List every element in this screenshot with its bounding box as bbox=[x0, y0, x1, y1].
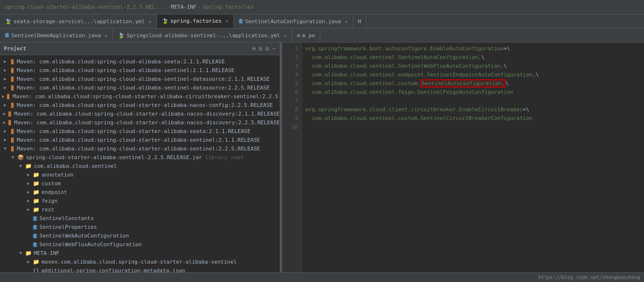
line-num-1: 1 bbox=[282, 45, 298, 53]
tree-item-maven-5[interactable]: ▶▐▌Maven: com.alibaba.cloud:spring-cloud… bbox=[0, 92, 280, 101]
tree-item-maven-7[interactable]: ▶▐▌Maven: com.alibaba.cloud:spring-cloud… bbox=[0, 109, 280, 118]
tab-spring-factories[interactable]: 🍃 spring.factories ✕ bbox=[157, 15, 234, 28]
tool-locate-icon[interactable]: ⊕ bbox=[252, 45, 256, 52]
tree-item-feign[interactable]: ▶📁feign bbox=[0, 196, 280, 205]
tree-item-endpoint[interactable]: ▶📁endpoint bbox=[0, 188, 280, 196]
tab-demo-icon: C bbox=[5, 33, 9, 38]
tree-item-maven-8[interactable]: ▶▐▌Maven: com.alibaba.cloud:spring-cloud… bbox=[0, 118, 280, 127]
tree-label-maven-2: Maven: com.alibaba.cloud:spring-cloud-al… bbox=[17, 67, 234, 74]
tree-item-maven-6[interactable]: ▶▐▌Maven: com.alibaba.cloud:spring-cloud… bbox=[0, 101, 280, 109]
code-line-10 bbox=[305, 123, 640, 132]
tree-label-maven-3: Maven: com.alibaba.cloud:spring-cloud-al… bbox=[17, 76, 270, 82]
tree-item-pkg-root[interactable]: ▼📁com.alibaba.cloud.sentinel bbox=[0, 162, 280, 170]
tab-sentinel-demo[interactable]: C SentinelDemoApplication.java ✕ bbox=[0, 29, 113, 42]
tree-icon-add-spring-config: {} bbox=[33, 267, 39, 273]
tree-item-annotation[interactable]: ▶📁annotation bbox=[0, 170, 280, 179]
code-line-2: com.alibaba.cloud.sentinel.SentinelAutoC… bbox=[305, 53, 640, 62]
tree-icon-maven-5: ▐▌ bbox=[5, 93, 11, 100]
tab-sentinel-close[interactable]: ✕ bbox=[345, 19, 348, 24]
tree-item-maven-11[interactable]: ▼▐▌Maven: com.alibaba.cloud:spring-cloud… bbox=[0, 144, 280, 153]
line-num-2: 2 bbox=[282, 53, 298, 62]
breadcrumb-item-3[interactable]: spring.factories bbox=[202, 4, 254, 10]
tab-sentinel-label: SentinelAutoConfiguration.java bbox=[245, 18, 341, 25]
tree-label-sentinel-constants: SentinelConstants bbox=[39, 215, 94, 222]
code-content[interactable]: org.springframework.boot.autoconfigure.E… bbox=[301, 43, 644, 272]
tree-item-maven-2[interactable]: ▶▐▌Maven: com.alibaba.cloud:spring-cloud… bbox=[0, 66, 280, 74]
tree-item-maven-inf[interactable]: ▶📁maven.com.alibaba.cloud.spring-cloud-s… bbox=[0, 257, 280, 266]
tree-item-maven-9[interactable]: ▶▐▌Maven: com.alibaba.cloud:spring-cloud… bbox=[0, 127, 280, 135]
tree-arrow-maven-10: ▶ bbox=[4, 137, 9, 142]
code-line-4: com.alibaba.cloud.sentinel.endpoint.Sent… bbox=[305, 71, 640, 79]
tree-icon-sentinel-constants: C bbox=[33, 215, 37, 222]
tree-item-maven-4[interactable]: ▶▐▌Maven: com.alibaba.cloud:spring-cloud… bbox=[0, 83, 280, 92]
tree-icon-annotation: 📁 bbox=[33, 172, 40, 178]
tab-demo-label: SentinelDemoApplication.java bbox=[11, 32, 100, 39]
tree-item-sentinel-webflux-auto[interactable]: CSentinelWebFluxAutoConfiguration bbox=[0, 240, 280, 249]
code-line-5: com.alibaba.cloud.sentinel.custom.Sentin… bbox=[305, 79, 640, 88]
tool-minimize-icon[interactable]: − bbox=[272, 45, 276, 52]
tree-item-maven-3[interactable]: ▶▐▌Maven: com.alibaba.cloud:spring-cloud… bbox=[0, 74, 280, 83]
tab-sentinel-auto-config[interactable]: C SentinelAutoConfiguration.java ✕ bbox=[234, 15, 353, 28]
tree-icon-sentinel-webflux-auto: C bbox=[33, 241, 37, 248]
tree-icon-feign: 📁 bbox=[33, 198, 40, 204]
tab-h-label: H bbox=[358, 18, 361, 25]
tree-item-rest[interactable]: ▶📁rest bbox=[0, 205, 280, 214]
tree-item-maven-10[interactable]: ▶▐▌Maven: com.alibaba.cloud:spring-cloud… bbox=[0, 135, 280, 144]
code-line-8: org.springframework.cloud.client.circuit… bbox=[305, 105, 640, 114]
breadcrumb-item-1[interactable]: spring-cloud-starter-alibaba-sentinel-2.… bbox=[5, 4, 165, 10]
left-panel: Project ⊕ ⊞ ⚙ − ▶▐▌Maven: com.alibaba.cl… bbox=[0, 43, 280, 272]
tree-arrow-jar-root: ▼ bbox=[12, 155, 16, 160]
tool-layout-icon[interactable]: ⊞ bbox=[259, 45, 263, 52]
tree-arrow-maven-6: ▶ bbox=[4, 103, 9, 107]
line-num-10: 10 bbox=[282, 123, 298, 132]
tree-item-sentinel-constants[interactable]: CSentinelConstants bbox=[0, 214, 280, 223]
breadcrumb-item-2[interactable]: META-INF bbox=[171, 4, 197, 10]
tree-icon-maven-11: ▐▌ bbox=[10, 146, 15, 152]
code-line-9: com.alibaba.cloud.sentinel.custom.Sentin… bbox=[305, 114, 640, 123]
tree-arrow-meta-inf: ▼ bbox=[19, 251, 24, 255]
tree-icon-sentinel-properties: C bbox=[33, 224, 37, 230]
tab-springcloud-icon: 🍃 bbox=[118, 32, 125, 39]
line-num-6: 6 bbox=[282, 88, 298, 97]
tree-label-rest: rest bbox=[42, 207, 55, 213]
code-line-3: com.alibaba.cloud.sentinel.SentinelWebFl… bbox=[305, 62, 640, 71]
tab-spring-factories-close[interactable]: ✕ bbox=[226, 18, 229, 24]
tab-h[interactable]: H bbox=[353, 15, 367, 28]
line-num-8: 8 bbox=[282, 105, 298, 114]
tree-item-maven-1[interactable]: ▶▐▌Maven: com.alibaba.cloud:spring-cloud… bbox=[0, 57, 280, 66]
tree-item-sentinel-properties[interactable]: CSentinelProperties bbox=[0, 223, 280, 231]
tool-gear-icon[interactable]: ⚙ bbox=[265, 45, 269, 52]
tree-label-maven-8: Maven: com.alibaba.cloud:spring-cloud-st… bbox=[14, 119, 280, 126]
tree-label-maven-inf: maven.com.alibaba.cloud.spring-cloud-sta… bbox=[42, 259, 237, 265]
tree-arrow-endpoint: ▶ bbox=[27, 190, 32, 194]
tree-icon-maven-2: ▐▌ bbox=[10, 67, 15, 74]
tab-spring-factories-label: spring.factories bbox=[171, 18, 222, 24]
tree-arrow-maven-7: ▶ bbox=[3, 111, 6, 116]
tree-label-add-spring-config: additional-spring-configuration-metadata… bbox=[41, 267, 185, 273]
tree-label-maven-11: Maven: com.alibaba.cloud:spring-cloud-st… bbox=[17, 146, 260, 152]
tree-label-jar-root: spring-cloud-starter-alibaba-sentinel-2.… bbox=[26, 154, 243, 161]
tree-item-custom[interactable]: ▶📁custom bbox=[0, 179, 280, 188]
tab-springcloud-yml[interactable]: 🍃 Springcloud-alibaba-sentinel-...\appli… bbox=[113, 29, 292, 42]
tree-arrow-maven-3: ▶ bbox=[4, 76, 9, 81]
panel-tools: ⊕ ⊞ ⚙ − bbox=[252, 45, 276, 52]
red-highlight-text: SentinelAutoConfiguration, bbox=[420, 79, 505, 88]
tree-label-maven-7: Maven: com.alibaba.cloud:spring-cloud-st… bbox=[14, 111, 280, 117]
tab-springcloud-close[interactable]: ✕ bbox=[284, 33, 287, 38]
tree-arrow-custom: ▶ bbox=[27, 181, 32, 186]
breadcrumb-sep-1: › bbox=[166, 4, 170, 10]
tree-arrow-maven-inf: ▶ bbox=[27, 259, 32, 264]
tab-app-yml[interactable]: 🍃 seata-storage-service\...\application.… bbox=[0, 15, 157, 28]
tree-item-add-spring-config[interactable]: {}additional-spring-configuration-metada… bbox=[0, 266, 280, 272]
tree-item-meta-inf[interactable]: ▼📁META-INF bbox=[0, 249, 280, 257]
tab-app-yml-close[interactable]: ✕ bbox=[149, 19, 152, 24]
tree-icon-maven-3: ▐▌ bbox=[10, 76, 15, 82]
tree-item-sentinel-web-auto[interactable]: CSentinelWebAutoConfiguration bbox=[0, 231, 280, 240]
tab-bar-row2: C SentinelDemoApplication.java ✕ 🍃 Sprin… bbox=[0, 29, 644, 43]
tree-arrow-maven-9: ▶ bbox=[4, 129, 9, 134]
tab-m-po[interactable]: m m po bbox=[292, 29, 320, 42]
tab-m-po-icon: m bbox=[297, 32, 301, 39]
line-numbers: 12345678910 bbox=[282, 43, 301, 272]
tree-item-jar-root[interactable]: ▼📦spring-cloud-starter-alibaba-sentinel-… bbox=[0, 153, 280, 162]
tab-demo-close[interactable]: ✕ bbox=[105, 33, 108, 38]
